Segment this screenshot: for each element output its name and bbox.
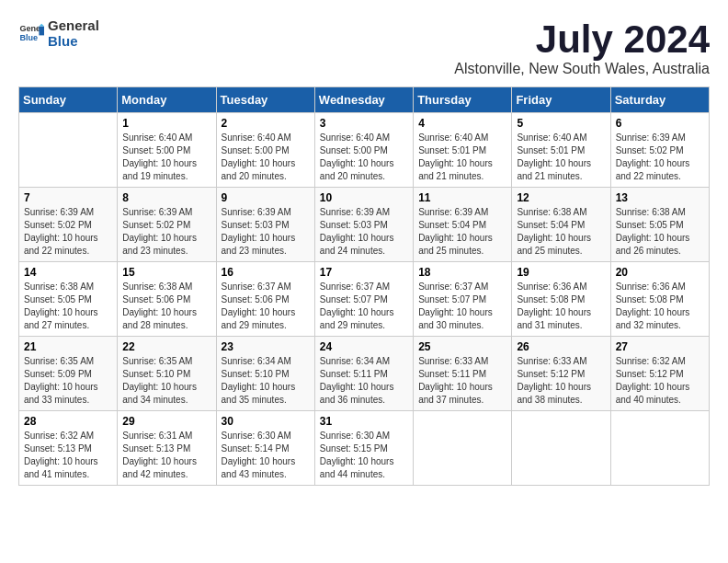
- day-number: 27: [616, 340, 704, 353]
- calendar-cell: [19, 113, 118, 188]
- day-info: Sunrise: 6:40 AMSunset: 5:00 PMDaylight:…: [222, 132, 310, 183]
- calendar-header: SundayMondayTuesdayWednesdayThursdayFrid…: [19, 87, 710, 113]
- day-number: 7: [24, 191, 112, 204]
- day-info: Sunrise: 6:40 AMSunset: 5:00 PMDaylight:…: [320, 132, 408, 183]
- calendar-cell: [414, 411, 512, 486]
- calendar-cell: 28Sunrise: 6:32 AMSunset: 5:13 PMDayligh…: [19, 411, 118, 486]
- day-number: 21: [24, 340, 112, 353]
- day-number: 30: [222, 415, 310, 428]
- day-number: 26: [517, 340, 605, 353]
- calendar-week-row: 28Sunrise: 6:32 AMSunset: 5:13 PMDayligh…: [19, 411, 710, 486]
- day-number: 19: [517, 266, 605, 279]
- calendar-cell: 12Sunrise: 6:38 AMSunset: 5:04 PMDayligh…: [512, 188, 610, 262]
- calendar-week-row: 7Sunrise: 6:39 AMSunset: 5:02 PMDaylight…: [19, 188, 710, 262]
- day-number: 17: [320, 266, 408, 279]
- calendar-cell: 20Sunrise: 6:36 AMSunset: 5:08 PMDayligh…: [610, 262, 709, 337]
- calendar-cell: 5Sunrise: 6:40 AMSunset: 5:01 PMDaylight…: [512, 113, 610, 188]
- day-info: Sunrise: 6:40 AMSunset: 5:01 PMDaylight:…: [517, 132, 605, 183]
- calendar-week-row: 1Sunrise: 6:40 AMSunset: 5:00 PMDaylight…: [19, 113, 710, 188]
- calendar-cell: 11Sunrise: 6:39 AMSunset: 5:04 PMDayligh…: [414, 188, 512, 262]
- calendar-cell: 18Sunrise: 6:37 AMSunset: 5:07 PMDayligh…: [414, 262, 512, 337]
- day-number: 29: [122, 415, 210, 428]
- day-info: Sunrise: 6:34 AMSunset: 5:10 PMDaylight:…: [222, 355, 310, 407]
- day-number: 18: [418, 266, 506, 279]
- day-number: 9: [222, 191, 310, 204]
- day-info: Sunrise: 6:30 AMSunset: 5:14 PMDaylight:…: [222, 430, 310, 481]
- day-info: Sunrise: 6:40 AMSunset: 5:01 PMDaylight:…: [418, 132, 506, 183]
- calendar-cell: 29Sunrise: 6:31 AMSunset: 5:13 PMDayligh…: [118, 411, 216, 486]
- calendar-cell: 21Sunrise: 6:35 AMSunset: 5:09 PMDayligh…: [19, 337, 118, 411]
- day-info: Sunrise: 6:39 AMSunset: 5:03 PMDaylight:…: [320, 206, 408, 258]
- logo-general: General: [48, 18, 99, 34]
- calendar-cell: 16Sunrise: 6:37 AMSunset: 5:06 PMDayligh…: [216, 262, 314, 337]
- day-info: Sunrise: 6:31 AMSunset: 5:13 PMDaylight:…: [122, 430, 210, 481]
- calendar-cell: 8Sunrise: 6:39 AMSunset: 5:02 PMDaylight…: [118, 188, 216, 262]
- calendar-cell: 26Sunrise: 6:33 AMSunset: 5:12 PMDayligh…: [512, 337, 610, 411]
- weekday-header: Sunday: [19, 87, 118, 113]
- calendar-cell: 23Sunrise: 6:34 AMSunset: 5:10 PMDayligh…: [216, 337, 314, 411]
- calendar-cell: 6Sunrise: 6:39 AMSunset: 5:02 PMDaylight…: [610, 113, 709, 188]
- day-info: Sunrise: 6:39 AMSunset: 5:03 PMDaylight:…: [222, 206, 310, 258]
- calendar-body: 1Sunrise: 6:40 AMSunset: 5:00 PMDaylight…: [19, 113, 710, 486]
- day-info: Sunrise: 6:38 AMSunset: 5:05 PMDaylight:…: [24, 281, 112, 332]
- logo-icon: General Blue: [18, 21, 44, 47]
- calendar-cell: 31Sunrise: 6:30 AMSunset: 5:15 PMDayligh…: [314, 411, 413, 486]
- day-number: 24: [320, 340, 408, 353]
- calendar-week-row: 21Sunrise: 6:35 AMSunset: 5:09 PMDayligh…: [19, 337, 710, 411]
- calendar-cell: 30Sunrise: 6:30 AMSunset: 5:14 PMDayligh…: [216, 411, 314, 486]
- day-info: Sunrise: 6:33 AMSunset: 5:12 PMDaylight:…: [517, 355, 605, 407]
- day-number: 4: [418, 117, 506, 130]
- day-number: 20: [616, 266, 704, 279]
- day-info: Sunrise: 6:37 AMSunset: 5:07 PMDaylight:…: [320, 281, 408, 332]
- day-info: Sunrise: 6:35 AMSunset: 5:10 PMDaylight:…: [122, 355, 210, 407]
- day-info: Sunrise: 6:32 AMSunset: 5:12 PMDaylight:…: [616, 355, 704, 407]
- calendar-cell: 17Sunrise: 6:37 AMSunset: 5:07 PMDayligh…: [314, 262, 413, 337]
- day-info: Sunrise: 6:32 AMSunset: 5:13 PMDaylight:…: [24, 430, 112, 481]
- day-number: 15: [122, 266, 210, 279]
- page-title: July 2024: [454, 18, 710, 61]
- day-number: 14: [24, 266, 112, 279]
- day-number: 3: [320, 117, 408, 130]
- weekday-header: Monday: [118, 87, 216, 113]
- header: General Blue General Blue July 2024 Alst…: [18, 18, 710, 77]
- day-number: 10: [320, 191, 408, 204]
- day-info: Sunrise: 6:38 AMSunset: 5:05 PMDaylight:…: [616, 206, 704, 258]
- day-info: Sunrise: 6:37 AMSunset: 5:07 PMDaylight:…: [418, 281, 506, 332]
- calendar-cell: 22Sunrise: 6:35 AMSunset: 5:10 PMDayligh…: [118, 337, 216, 411]
- day-info: Sunrise: 6:39 AMSunset: 5:02 PMDaylight:…: [24, 206, 112, 258]
- day-info: Sunrise: 6:40 AMSunset: 5:00 PMDaylight:…: [122, 132, 210, 183]
- day-info: Sunrise: 6:38 AMSunset: 5:04 PMDaylight:…: [517, 206, 605, 258]
- day-info: Sunrise: 6:30 AMSunset: 5:15 PMDaylight:…: [320, 430, 408, 481]
- calendar-cell: 27Sunrise: 6:32 AMSunset: 5:12 PMDayligh…: [610, 337, 709, 411]
- day-number: 5: [517, 117, 605, 130]
- calendar-cell: 13Sunrise: 6:38 AMSunset: 5:05 PMDayligh…: [610, 188, 709, 262]
- day-number: 2: [222, 117, 310, 130]
- day-info: Sunrise: 6:39 AMSunset: 5:02 PMDaylight:…: [122, 206, 210, 258]
- day-number: 12: [517, 191, 605, 204]
- day-number: 28: [24, 415, 112, 428]
- day-info: Sunrise: 6:37 AMSunset: 5:06 PMDaylight:…: [222, 281, 310, 332]
- weekday-header: Friday: [512, 87, 610, 113]
- weekday-header: Thursday: [414, 87, 512, 113]
- day-number: 1: [122, 117, 210, 130]
- calendar-cell: 25Sunrise: 6:33 AMSunset: 5:11 PMDayligh…: [414, 337, 512, 411]
- calendar-cell: 4Sunrise: 6:40 AMSunset: 5:01 PMDaylight…: [414, 113, 512, 188]
- day-info: Sunrise: 6:36 AMSunset: 5:08 PMDaylight:…: [517, 281, 605, 332]
- day-number: 13: [616, 191, 704, 204]
- svg-marker-2: [39, 26, 44, 35]
- calendar: SundayMondayTuesdayWednesdayThursdayFrid…: [18, 86, 710, 486]
- day-number: 16: [222, 266, 310, 279]
- day-number: 8: [122, 191, 210, 204]
- day-info: Sunrise: 6:35 AMSunset: 5:09 PMDaylight:…: [24, 355, 112, 407]
- day-number: 11: [418, 191, 506, 204]
- day-number: 23: [222, 340, 310, 353]
- calendar-cell: 3Sunrise: 6:40 AMSunset: 5:00 PMDaylight…: [314, 113, 413, 188]
- weekday-header: Saturday: [610, 87, 709, 113]
- calendar-cell: [512, 411, 610, 486]
- logo-blue: Blue: [48, 34, 99, 50]
- calendar-cell: 14Sunrise: 6:38 AMSunset: 5:05 PMDayligh…: [19, 262, 118, 337]
- calendar-cell: 2Sunrise: 6:40 AMSunset: 5:00 PMDaylight…: [216, 113, 314, 188]
- day-info: Sunrise: 6:33 AMSunset: 5:11 PMDaylight:…: [418, 355, 506, 407]
- day-info: Sunrise: 6:39 AMSunset: 5:02 PMDaylight:…: [616, 132, 704, 183]
- svg-text:Blue: Blue: [19, 33, 38, 42]
